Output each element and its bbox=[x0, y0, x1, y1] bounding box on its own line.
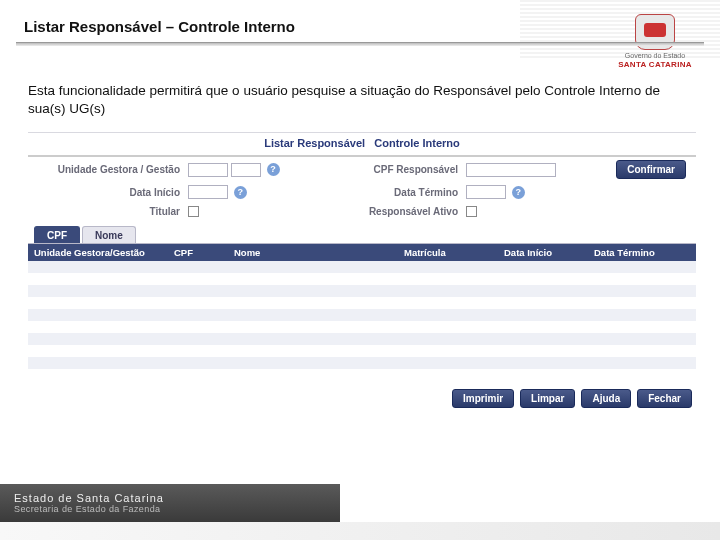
label-unidade: Unidade Gestora / Gestão bbox=[34, 164, 184, 175]
table-row bbox=[28, 357, 696, 369]
checkbox-resp-ativo[interactable] bbox=[466, 206, 477, 217]
col-nome: Nome bbox=[234, 247, 404, 258]
action-bar: Imprimir Limpar Ajuda Fechar bbox=[28, 381, 696, 408]
table-row bbox=[28, 273, 696, 285]
table-row bbox=[28, 345, 696, 357]
col-ug: Unidade Gestora/Gestão bbox=[34, 247, 174, 258]
input-cpf[interactable] bbox=[466, 163, 556, 177]
tab-cpf[interactable]: CPF bbox=[34, 226, 80, 243]
label-resp-ativo: Responsável Ativo bbox=[342, 206, 462, 217]
footer-line1: Estado de Santa Catarina bbox=[14, 492, 326, 504]
footer-line2: Secretaria de Estado da Fazenda bbox=[14, 504, 326, 514]
col-data-termino: Data Término bbox=[594, 247, 690, 258]
help-icon[interactable]: ? bbox=[512, 186, 525, 199]
footer-shine bbox=[0, 522, 720, 540]
col-cpf: CPF bbox=[174, 247, 234, 258]
filter-row-1: Unidade Gestora / Gestão ? CPF Responsáv… bbox=[28, 157, 696, 182]
filter-row-2: Data Início ? Data Término ? bbox=[28, 182, 696, 202]
input-unidade-gestora[interactable] bbox=[188, 163, 228, 177]
imprimir-button[interactable]: Imprimir bbox=[452, 389, 514, 408]
tab-row: CPF Nome bbox=[28, 226, 696, 244]
table-row bbox=[28, 369, 696, 381]
table-row bbox=[28, 321, 696, 333]
app-title-sub: Controle Interno bbox=[374, 137, 460, 149]
table-row bbox=[28, 285, 696, 297]
col-matricula: Matrícula bbox=[404, 247, 504, 258]
input-data-termino[interactable] bbox=[466, 185, 506, 199]
label-titular: Titular bbox=[34, 206, 184, 217]
label-cpf: CPF Responsável bbox=[342, 164, 462, 175]
footer-bar: Estado de Santa Catarina Secretaria de E… bbox=[0, 484, 340, 522]
table-row bbox=[28, 309, 696, 321]
app-panel: Listar Responsável Controle Interno Unid… bbox=[28, 132, 696, 408]
app-title-main: Listar Responsável bbox=[264, 137, 365, 149]
ajuda-button[interactable]: Ajuda bbox=[581, 389, 631, 408]
table-row bbox=[28, 333, 696, 345]
crest-subtitle: Governo do Estado bbox=[610, 52, 700, 60]
label-data-inicio: Data Início bbox=[34, 187, 184, 198]
help-icon[interactable]: ? bbox=[267, 163, 280, 176]
page-description: Esta funcionalidade permitirá que o usuá… bbox=[0, 68, 720, 128]
col-data-inicio: Data Início bbox=[504, 247, 594, 258]
grid-header: Unidade Gestora/Gestão CPF Nome Matrícul… bbox=[28, 244, 696, 261]
limpar-button[interactable]: Limpar bbox=[520, 389, 575, 408]
fechar-button[interactable]: Fechar bbox=[637, 389, 692, 408]
grid-body bbox=[28, 261, 696, 381]
confirmar-button[interactable]: Confirmar bbox=[616, 160, 686, 179]
label-data-termino: Data Término bbox=[342, 187, 462, 198]
input-data-inicio[interactable] bbox=[188, 185, 228, 199]
crest-state: SANTA CATARINA bbox=[610, 60, 700, 69]
table-row bbox=[28, 297, 696, 309]
table-row bbox=[28, 261, 696, 273]
tab-nome[interactable]: Nome bbox=[82, 226, 136, 243]
page-title: Listar Responsável – Controle Interno bbox=[24, 14, 295, 35]
filter-row-3: Titular Responsável Ativo bbox=[28, 202, 696, 220]
checkbox-titular[interactable] bbox=[188, 206, 199, 217]
app-title-bar: Listar Responsável Controle Interno bbox=[28, 133, 696, 157]
help-icon[interactable]: ? bbox=[234, 186, 247, 199]
page-header: Listar Responsável – Controle Interno Go… bbox=[0, 0, 720, 68]
title-underline bbox=[16, 42, 704, 46]
input-gestao[interactable] bbox=[231, 163, 261, 177]
